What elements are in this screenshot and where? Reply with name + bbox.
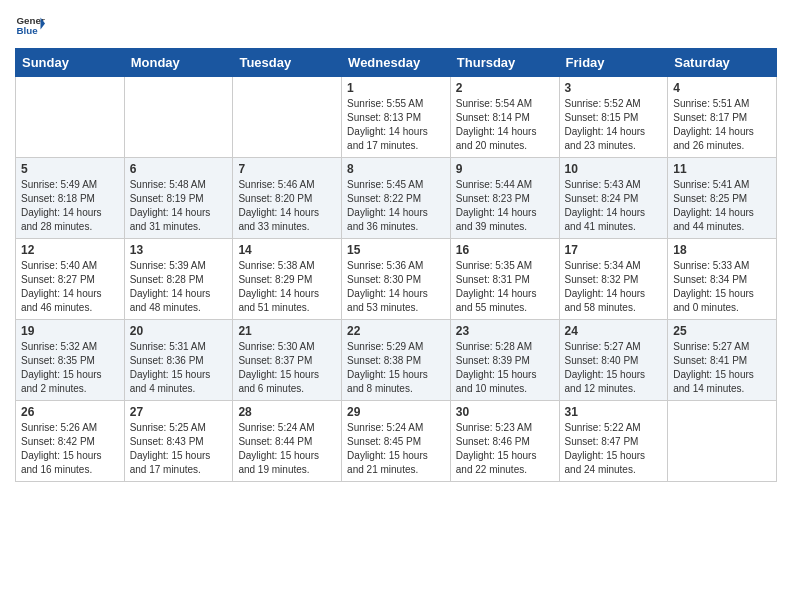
day-number: 27: [130, 405, 228, 419]
day-info: Sunrise: 5:24 AM Sunset: 8:45 PM Dayligh…: [347, 421, 445, 477]
day-number: 22: [347, 324, 445, 338]
calendar-cell: [233, 77, 342, 158]
day-number: 23: [456, 324, 554, 338]
calendar-cell: 12Sunrise: 5:40 AM Sunset: 8:27 PM Dayli…: [16, 239, 125, 320]
calendar-cell: 8Sunrise: 5:45 AM Sunset: 8:22 PM Daylig…: [342, 158, 451, 239]
day-number: 9: [456, 162, 554, 176]
calendar-cell: 10Sunrise: 5:43 AM Sunset: 8:24 PM Dayli…: [559, 158, 668, 239]
calendar-cell: 30Sunrise: 5:23 AM Sunset: 8:46 PM Dayli…: [450, 401, 559, 482]
calendar-week-row: 12Sunrise: 5:40 AM Sunset: 8:27 PM Dayli…: [16, 239, 777, 320]
day-info: Sunrise: 5:25 AM Sunset: 8:43 PM Dayligh…: [130, 421, 228, 477]
day-info: Sunrise: 5:22 AM Sunset: 8:47 PM Dayligh…: [565, 421, 663, 477]
day-number: 17: [565, 243, 663, 257]
day-info: Sunrise: 5:52 AM Sunset: 8:15 PM Dayligh…: [565, 97, 663, 153]
day-number: 20: [130, 324, 228, 338]
calendar-cell: 2Sunrise: 5:54 AM Sunset: 8:14 PM Daylig…: [450, 77, 559, 158]
day-info: Sunrise: 5:51 AM Sunset: 8:17 PM Dayligh…: [673, 97, 771, 153]
page-header: General Blue: [15, 10, 777, 40]
calendar-cell: 3Sunrise: 5:52 AM Sunset: 8:15 PM Daylig…: [559, 77, 668, 158]
day-header-monday: Monday: [124, 49, 233, 77]
svg-text:Blue: Blue: [17, 25, 39, 36]
day-header-friday: Friday: [559, 49, 668, 77]
day-info: Sunrise: 5:32 AM Sunset: 8:35 PM Dayligh…: [21, 340, 119, 396]
calendar-cell: 13Sunrise: 5:39 AM Sunset: 8:28 PM Dayli…: [124, 239, 233, 320]
day-info: Sunrise: 5:31 AM Sunset: 8:36 PM Dayligh…: [130, 340, 228, 396]
day-info: Sunrise: 5:45 AM Sunset: 8:22 PM Dayligh…: [347, 178, 445, 234]
calendar-cell: 14Sunrise: 5:38 AM Sunset: 8:29 PM Dayli…: [233, 239, 342, 320]
day-number: 15: [347, 243, 445, 257]
day-info: Sunrise: 5:26 AM Sunset: 8:42 PM Dayligh…: [21, 421, 119, 477]
calendar-week-row: 1Sunrise: 5:55 AM Sunset: 8:13 PM Daylig…: [16, 77, 777, 158]
calendar-cell: 9Sunrise: 5:44 AM Sunset: 8:23 PM Daylig…: [450, 158, 559, 239]
day-info: Sunrise: 5:38 AM Sunset: 8:29 PM Dayligh…: [238, 259, 336, 315]
calendar-cell: [16, 77, 125, 158]
calendar-cell: 28Sunrise: 5:24 AM Sunset: 8:44 PM Dayli…: [233, 401, 342, 482]
calendar-week-row: 19Sunrise: 5:32 AM Sunset: 8:35 PM Dayli…: [16, 320, 777, 401]
calendar-cell: 29Sunrise: 5:24 AM Sunset: 8:45 PM Dayli…: [342, 401, 451, 482]
calendar-cell: 21Sunrise: 5:30 AM Sunset: 8:37 PM Dayli…: [233, 320, 342, 401]
calendar-cell: 4Sunrise: 5:51 AM Sunset: 8:17 PM Daylig…: [668, 77, 777, 158]
day-number: 25: [673, 324, 771, 338]
day-header-tuesday: Tuesday: [233, 49, 342, 77]
day-header-saturday: Saturday: [668, 49, 777, 77]
calendar-table: SundayMondayTuesdayWednesdayThursdayFrid…: [15, 48, 777, 482]
calendar-cell: 22Sunrise: 5:29 AM Sunset: 8:38 PM Dayli…: [342, 320, 451, 401]
day-info: Sunrise: 5:23 AM Sunset: 8:46 PM Dayligh…: [456, 421, 554, 477]
day-number: 1: [347, 81, 445, 95]
day-info: Sunrise: 5:24 AM Sunset: 8:44 PM Dayligh…: [238, 421, 336, 477]
calendar-cell: 17Sunrise: 5:34 AM Sunset: 8:32 PM Dayli…: [559, 239, 668, 320]
day-number: 11: [673, 162, 771, 176]
day-number: 21: [238, 324, 336, 338]
day-number: 3: [565, 81, 663, 95]
day-number: 13: [130, 243, 228, 257]
calendar-cell: 26Sunrise: 5:26 AM Sunset: 8:42 PM Dayli…: [16, 401, 125, 482]
calendar-cell: [124, 77, 233, 158]
day-info: Sunrise: 5:41 AM Sunset: 8:25 PM Dayligh…: [673, 178, 771, 234]
day-number: 19: [21, 324, 119, 338]
calendar-cell: 1Sunrise: 5:55 AM Sunset: 8:13 PM Daylig…: [342, 77, 451, 158]
day-number: 30: [456, 405, 554, 419]
day-info: Sunrise: 5:40 AM Sunset: 8:27 PM Dayligh…: [21, 259, 119, 315]
calendar-week-row: 26Sunrise: 5:26 AM Sunset: 8:42 PM Dayli…: [16, 401, 777, 482]
day-header-sunday: Sunday: [16, 49, 125, 77]
day-info: Sunrise: 5:43 AM Sunset: 8:24 PM Dayligh…: [565, 178, 663, 234]
day-header-wednesday: Wednesday: [342, 49, 451, 77]
day-number: 16: [456, 243, 554, 257]
calendar-cell: 5Sunrise: 5:49 AM Sunset: 8:18 PM Daylig…: [16, 158, 125, 239]
calendar-cell: 27Sunrise: 5:25 AM Sunset: 8:43 PM Dayli…: [124, 401, 233, 482]
day-info: Sunrise: 5:28 AM Sunset: 8:39 PM Dayligh…: [456, 340, 554, 396]
calendar-cell: [668, 401, 777, 482]
day-number: 24: [565, 324, 663, 338]
day-info: Sunrise: 5:30 AM Sunset: 8:37 PM Dayligh…: [238, 340, 336, 396]
day-info: Sunrise: 5:55 AM Sunset: 8:13 PM Dayligh…: [347, 97, 445, 153]
day-number: 18: [673, 243, 771, 257]
calendar-cell: 23Sunrise: 5:28 AM Sunset: 8:39 PM Dayli…: [450, 320, 559, 401]
calendar-cell: 19Sunrise: 5:32 AM Sunset: 8:35 PM Dayli…: [16, 320, 125, 401]
calendar-cell: 20Sunrise: 5:31 AM Sunset: 8:36 PM Dayli…: [124, 320, 233, 401]
day-number: 29: [347, 405, 445, 419]
calendar-cell: 31Sunrise: 5:22 AM Sunset: 8:47 PM Dayli…: [559, 401, 668, 482]
day-info: Sunrise: 5:54 AM Sunset: 8:14 PM Dayligh…: [456, 97, 554, 153]
calendar-cell: 25Sunrise: 5:27 AM Sunset: 8:41 PM Dayli…: [668, 320, 777, 401]
day-number: 7: [238, 162, 336, 176]
day-number: 4: [673, 81, 771, 95]
day-number: 28: [238, 405, 336, 419]
calendar-cell: 16Sunrise: 5:35 AM Sunset: 8:31 PM Dayli…: [450, 239, 559, 320]
calendar-cell: 11Sunrise: 5:41 AM Sunset: 8:25 PM Dayli…: [668, 158, 777, 239]
day-info: Sunrise: 5:48 AM Sunset: 8:19 PM Dayligh…: [130, 178, 228, 234]
calendar-cell: 24Sunrise: 5:27 AM Sunset: 8:40 PM Dayli…: [559, 320, 668, 401]
calendar-cell: 18Sunrise: 5:33 AM Sunset: 8:34 PM Dayli…: [668, 239, 777, 320]
day-number: 5: [21, 162, 119, 176]
day-info: Sunrise: 5:27 AM Sunset: 8:40 PM Dayligh…: [565, 340, 663, 396]
day-number: 14: [238, 243, 336, 257]
day-info: Sunrise: 5:36 AM Sunset: 8:30 PM Dayligh…: [347, 259, 445, 315]
calendar-cell: 15Sunrise: 5:36 AM Sunset: 8:30 PM Dayli…: [342, 239, 451, 320]
day-info: Sunrise: 5:49 AM Sunset: 8:18 PM Dayligh…: [21, 178, 119, 234]
day-number: 6: [130, 162, 228, 176]
calendar-week-row: 5Sunrise: 5:49 AM Sunset: 8:18 PM Daylig…: [16, 158, 777, 239]
day-info: Sunrise: 5:35 AM Sunset: 8:31 PM Dayligh…: [456, 259, 554, 315]
day-info: Sunrise: 5:39 AM Sunset: 8:28 PM Dayligh…: [130, 259, 228, 315]
day-info: Sunrise: 5:27 AM Sunset: 8:41 PM Dayligh…: [673, 340, 771, 396]
calendar-cell: 6Sunrise: 5:48 AM Sunset: 8:19 PM Daylig…: [124, 158, 233, 239]
day-number: 2: [456, 81, 554, 95]
